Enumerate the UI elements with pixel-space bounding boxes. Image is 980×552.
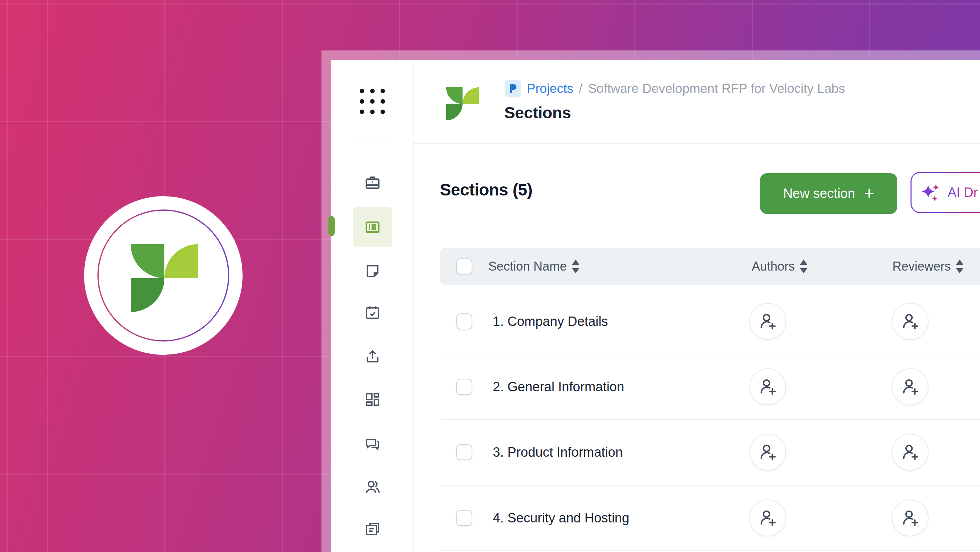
row-divider — [441, 485, 980, 485]
sidebar-item-schedule[interactable] — [353, 293, 392, 332]
sidebar-item-dashboard[interactable] — [353, 380, 392, 420]
sort-icon — [956, 260, 964, 273]
person-add-icon — [901, 443, 919, 461]
sidebar-item-discussions[interactable] — [353, 424, 392, 463]
column-header-section-name[interactable]: Section Name — [488, 248, 580, 285]
add-author-button[interactable] — [749, 369, 786, 405]
breadcrumb-current-project: Software Development RFP for Velocity La… — [588, 81, 845, 96]
select-all-checkbox[interactable] — [456, 258, 472, 274]
section-row-name[interactable]: 3. Product Information — [493, 444, 623, 461]
sort-icon — [572, 260, 580, 273]
sidebar-item-notes[interactable] — [353, 251, 392, 291]
ai-draft-label: AI Dr — [948, 185, 978, 200]
section-row-name[interactable]: 2. General Information — [493, 378, 624, 395]
column-header-authors[interactable]: Authors — [752, 248, 808, 285]
plus-icon: + — [864, 184, 874, 202]
dashboard-icon — [364, 391, 381, 408]
app-window — [331, 60, 980, 552]
sidebar-item-projects[interactable] — [353, 163, 392, 203]
row-divider — [441, 550, 980, 550]
sidebar-item-documents[interactable] — [353, 510, 392, 549]
project-flag-icon[interactable] — [504, 80, 521, 97]
sort-icon — [800, 260, 808, 273]
add-reviewer-button[interactable] — [892, 434, 929, 471]
table-header: Section Name Authors Reviewers — [440, 248, 980, 285]
sections-list-icon — [364, 219, 381, 236]
section-row-name[interactable]: 1. Company Details — [493, 313, 608, 330]
briefcase-icon — [364, 174, 381, 191]
sidebar-item-sections[interactable] — [353, 207, 392, 247]
add-author-button[interactable] — [749, 303, 786, 340]
breadcrumb-link-projects[interactable]: Projects — [527, 81, 573, 96]
new-section-button[interactable]: New section + — [760, 173, 897, 214]
row-divider — [441, 354, 980, 354]
row-checkbox[interactable] — [456, 444, 472, 460]
person-add-icon — [901, 312, 919, 330]
ai-sparkles-icon — [921, 183, 941, 203]
person-add-icon — [901, 378, 919, 396]
new-section-label: New section — [783, 186, 855, 201]
brand-logo-icon — [130, 244, 198, 312]
project-glyph — [508, 83, 517, 94]
column-label: Authors — [752, 259, 795, 274]
row-checkbox[interactable] — [456, 313, 472, 329]
column-header-reviewers[interactable]: Reviewers — [892, 248, 964, 285]
person-add-icon — [759, 509, 777, 527]
person-add-icon — [759, 443, 777, 461]
add-author-button[interactable] — [749, 499, 786, 536]
users-icon — [364, 478, 381, 495]
app-switcher-grid-icon[interactable] — [360, 89, 385, 114]
person-add-icon — [759, 312, 777, 330]
page-title: Sections — [504, 103, 571, 122]
chat-icon — [364, 435, 381, 452]
calendar-check-icon — [364, 304, 381, 321]
column-label: Reviewers — [892, 259, 951, 274]
note-icon — [364, 263, 381, 279]
row-divider — [441, 419, 980, 420]
breadcrumb: Projects / Software Development RFP for … — [504, 80, 845, 97]
add-reviewer-button[interactable] — [892, 499, 929, 536]
header-divider — [414, 143, 980, 144]
person-add-icon — [759, 378, 777, 396]
pages-icon — [364, 521, 381, 538]
person-add-icon — [901, 509, 919, 527]
app-logo-icon — [445, 87, 480, 120]
add-reviewer-button[interactable] — [892, 303, 929, 340]
breadcrumb-separator: / — [579, 81, 582, 96]
sections-count-heading: Sections (5) — [440, 180, 532, 199]
column-label: Section Name — [488, 259, 567, 274]
row-checkbox[interactable] — [456, 510, 472, 526]
sidebar-item-team[interactable] — [353, 467, 392, 506]
sidebar-separator — [353, 143, 393, 143]
section-row-name[interactable]: 4. Security and Hosting — [493, 510, 629, 526]
add-author-button[interactable] — [749, 434, 786, 471]
active-item-notch — [328, 216, 335, 236]
row-checkbox[interactable] — [456, 379, 472, 395]
add-reviewer-button[interactable] — [892, 369, 929, 405]
sidebar-item-export[interactable] — [353, 337, 392, 377]
ai-draft-button[interactable]: AI Dr — [910, 172, 980, 213]
upload-icon — [364, 348, 381, 365]
sidebar-divider — [413, 60, 414, 552]
